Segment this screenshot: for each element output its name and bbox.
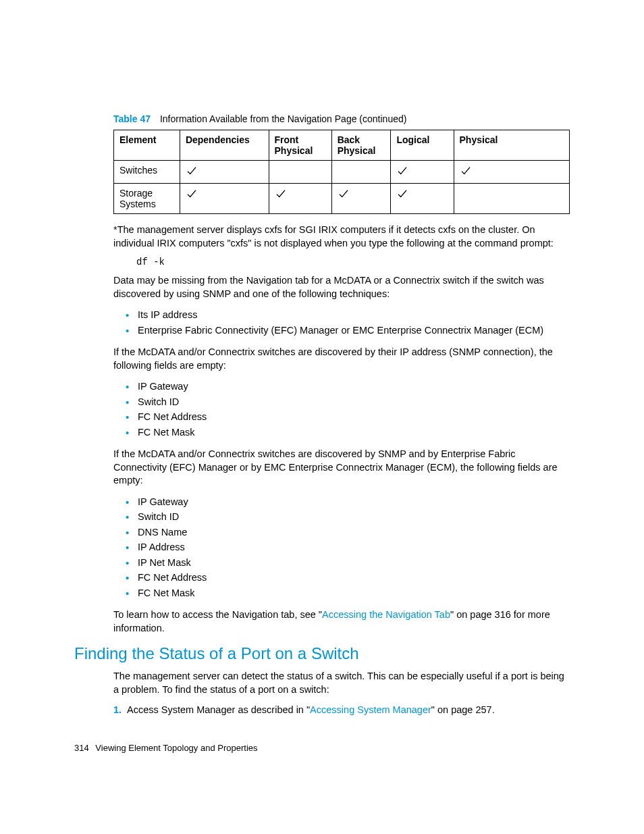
check-icon xyxy=(460,165,472,177)
list-item: IP Gateway xyxy=(128,494,570,509)
table-caption: Table 47 Information Available from the … xyxy=(113,113,570,124)
steps-list: 1. Access System Manager as described in… xyxy=(113,703,570,717)
row-cell xyxy=(454,184,569,214)
list-item: Enterprise Fabric Connectivity (EFC) Man… xyxy=(128,323,570,338)
section-paragraph: The management server can detect the sta… xyxy=(113,670,570,696)
list-item: DNS Name xyxy=(128,525,570,540)
list-item: FC Net Mask xyxy=(128,425,570,440)
row-cell xyxy=(269,161,331,184)
list-item: Switch ID xyxy=(128,509,570,524)
page-footer: 314 Viewing Element Topology and Propert… xyxy=(74,743,258,753)
row-label: Switches xyxy=(114,161,180,184)
ip-fields-list: IP GatewaySwitch IDFC Net AddressFC Net … xyxy=(128,379,570,440)
row-cell xyxy=(180,161,269,184)
list-item: FC Net Address xyxy=(128,570,570,585)
th-dependencies: Dependencies xyxy=(180,130,269,161)
step-post: " on page 257. xyxy=(431,704,495,715)
check-icon xyxy=(186,165,198,177)
step-1: 1. Access System Manager as described in… xyxy=(113,703,570,717)
check-icon xyxy=(396,165,408,177)
th-front-physical: Front Physical xyxy=(269,130,331,161)
command-text: df -k xyxy=(136,257,570,267)
table-row: Switches xyxy=(114,161,570,184)
row-cell xyxy=(180,184,269,214)
th-element: Element xyxy=(114,130,180,161)
techniques-list: Its IP addressEnterprise Fabric Connecti… xyxy=(128,307,570,338)
list-item: IP Address xyxy=(128,540,570,554)
info-table: Element Dependencies Front Physical Back… xyxy=(113,130,570,214)
table-title: Information Available from the Navigatio… xyxy=(160,113,407,124)
step-pre: Access System Manager as described in " xyxy=(127,704,310,715)
table-number: Table 47 xyxy=(113,113,151,124)
list-item: Its IP address xyxy=(128,307,570,322)
row-cell xyxy=(331,161,391,184)
data-missing-paragraph: Data may be missing from the Navigation … xyxy=(113,274,570,301)
table-row: Storage Systems xyxy=(114,184,570,214)
footer-title: Viewing Element Topology and Properties xyxy=(95,743,257,753)
section-heading: Finding the Status of a Port on a Switch xyxy=(74,644,570,663)
row-label: Storage Systems xyxy=(114,184,180,214)
list-item: IP Gateway xyxy=(128,379,570,394)
ip-snmp-paragraph: If the McDATA and/or Connectrix switches… xyxy=(113,346,570,372)
learn-paragraph: To learn how to access the Navigation ta… xyxy=(113,608,570,635)
row-cell xyxy=(454,161,569,184)
row-cell xyxy=(269,184,331,214)
th-logical: Logical xyxy=(391,130,454,161)
snmp-efc-paragraph: If the McDATA and/or Connectrix switches… xyxy=(113,448,570,488)
row-cell xyxy=(391,161,454,184)
check-icon xyxy=(275,188,287,200)
list-item: IP Net Mask xyxy=(128,555,570,570)
system-manager-link[interactable]: Accessing System Manager xyxy=(310,704,431,715)
nav-tab-link[interactable]: Accessing the Navigation Tab xyxy=(322,609,450,620)
efc-fields-list: IP GatewaySwitch IDDNS NameIP AddressIP … xyxy=(128,494,570,600)
list-item: FC Net Mask xyxy=(128,585,570,600)
th-physical: Physical xyxy=(454,130,569,161)
check-icon xyxy=(396,188,408,200)
row-cell xyxy=(331,184,391,214)
check-icon xyxy=(338,188,350,200)
list-item: FC Net Address xyxy=(128,409,570,424)
list-item: Switch ID xyxy=(128,394,570,409)
learn-pre: To learn how to access the Navigation ta… xyxy=(113,609,322,620)
th-back-physical: Back Physical xyxy=(331,130,391,161)
step-number: 1. xyxy=(113,703,122,717)
check-icon xyxy=(186,188,198,200)
row-cell xyxy=(391,184,454,214)
page-number: 314 xyxy=(74,743,89,753)
note-paragraph: *The management server displays cxfs for… xyxy=(113,224,570,250)
